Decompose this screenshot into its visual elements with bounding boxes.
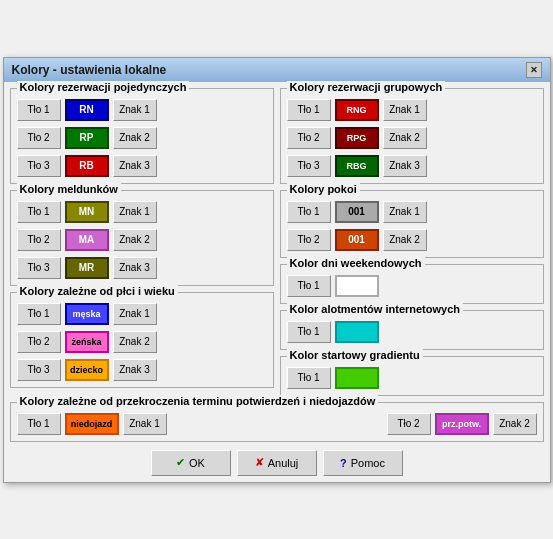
single-row-1: Tło 1 RN Znak 1	[17, 99, 267, 121]
pokoi-title: Kolory pokoi	[287, 183, 360, 195]
help-button[interactable]: ? Pomoc	[323, 450, 403, 476]
single-color3-button[interactable]: RB	[65, 155, 109, 177]
gradient-row-1: Tło 1	[287, 367, 537, 389]
pokoi-color1-button[interactable]: 001	[335, 201, 379, 223]
meld-color2-button[interactable]: MA	[65, 229, 109, 251]
window-body: Kolory rezerwacji pojedynczych Tło 1 RN …	[4, 82, 550, 482]
pokoi-znak2-button[interactable]: Znak 2	[383, 229, 427, 251]
weekend-title: Kolor dni weekendowych	[287, 257, 425, 269]
plec-tlo2-button[interactable]: Tło 2	[17, 331, 61, 353]
plec-color1-button[interactable]: męska	[65, 303, 109, 325]
help-icon: ?	[340, 457, 347, 469]
title-controls: ✕	[526, 62, 542, 78]
pokoi-znak1-button[interactable]: Znak 1	[383, 201, 427, 223]
left-column: Kolory rezerwacji pojedynczych Tło 1 RN …	[10, 88, 274, 396]
ok-label: OK	[189, 457, 205, 469]
footer-buttons: ✔ OK ✘ Anuluj ? Pomoc	[10, 450, 544, 476]
pokoi-group: Kolory pokoi Tło 1 001 Znak 1 Tło 2 001 …	[280, 190, 544, 258]
przekr-znak1-button[interactable]: Znak 1	[123, 413, 167, 435]
window-title: Kolory - ustawienia lokalne	[12, 63, 167, 77]
meld-tlo3-button[interactable]: Tło 3	[17, 257, 61, 279]
pokoi-row-1: Tło 1 001 Znak 1	[287, 201, 537, 223]
grp-tlo1-button[interactable]: Tło 1	[287, 99, 331, 121]
plec-color3-button[interactable]: dziecko	[65, 359, 109, 381]
plec-row-2: Tło 2 żeńska Znak 2	[17, 331, 267, 353]
przekr-znak2-button[interactable]: Znak 2	[493, 413, 537, 435]
pokoi-tlo1-button[interactable]: Tło 1	[287, 201, 331, 223]
alotment-group: Kolor alotmentów internetowych Tło 1	[280, 310, 544, 350]
przekr-tlo1-button[interactable]: Tło 1	[17, 413, 61, 435]
single-reservations-title: Kolory rezerwacji pojedynczych	[17, 81, 190, 93]
grp-tlo2-button[interactable]: Tło 2	[287, 127, 331, 149]
single-znak1-button[interactable]: Znak 1	[113, 99, 157, 121]
help-label: Pomoc	[351, 457, 385, 469]
meld-znak1-button[interactable]: Znak 1	[113, 201, 157, 223]
przekroczenie-title: Kolory zależne od przekroczenia terminu …	[17, 395, 379, 407]
grp-row-3: Tło 3 RBG Znak 3	[287, 155, 537, 177]
plec-wiek-title: Kolory zależne od płci i wieku	[17, 285, 178, 297]
plec-row-1: Tło 1 męska Znak 1	[17, 303, 267, 325]
meld-color1-button[interactable]: MN	[65, 201, 109, 223]
alotment-color1-button[interactable]	[335, 321, 379, 343]
pokoi-tlo2-button[interactable]: Tło 2	[287, 229, 331, 251]
plec-znak2-button[interactable]: Znak 2	[113, 331, 157, 353]
meld-znak3-button[interactable]: Znak 3	[113, 257, 157, 279]
group-reservations-group: Kolory rezerwacji grupowych Tło 1 RNG Zn…	[280, 88, 544, 184]
ok-icon: ✔	[176, 456, 185, 469]
grp-row-2: Tło 2 RPG Znak 2	[287, 127, 537, 149]
single-znak3-button[interactable]: Znak 3	[113, 155, 157, 177]
przekr-color1-button[interactable]: niedojazd	[65, 413, 119, 435]
close-button[interactable]: ✕	[526, 62, 542, 78]
cancel-label: Anuluj	[268, 457, 299, 469]
meld-row-3: Tło 3 MR Znak 3	[17, 257, 267, 279]
cancel-button[interactable]: ✘ Anuluj	[237, 450, 317, 476]
plec-tlo3-button[interactable]: Tło 3	[17, 359, 61, 381]
alotment-tlo1-button[interactable]: Tło 1	[287, 321, 331, 343]
gradient-color1-button[interactable]	[335, 367, 379, 389]
weekend-group: Kolor dni weekendowych Tło 1	[280, 264, 544, 304]
single-tlo1-button[interactable]: Tło 1	[17, 99, 61, 121]
przekr-color2-button[interactable]: prz.potw.	[435, 413, 489, 435]
meld-znak2-button[interactable]: Znak 2	[113, 229, 157, 251]
weekend-color1-button[interactable]	[335, 275, 379, 297]
przekroczenie-row: Tło 1 niedojazd Znak 1 Tło 2 prz.potw. Z…	[17, 413, 537, 435]
grp-tlo3-button[interactable]: Tło 3	[287, 155, 331, 177]
weekend-tlo1-button[interactable]: Tło 1	[287, 275, 331, 297]
przekroczenie-group: Kolory zależne od przekroczenia terminu …	[10, 402, 544, 442]
plec-znak3-button[interactable]: Znak 3	[113, 359, 157, 381]
single-tlo2-button[interactable]: Tło 2	[17, 127, 61, 149]
plec-tlo1-button[interactable]: Tło 1	[17, 303, 61, 325]
single-tlo3-button[interactable]: Tło 3	[17, 155, 61, 177]
single-row-3: Tło 3 RB Znak 3	[17, 155, 267, 177]
gradient-title: Kolor startowy gradientu	[287, 349, 423, 361]
single-znak2-button[interactable]: Znak 2	[113, 127, 157, 149]
meld-tlo2-button[interactable]: Tło 2	[17, 229, 61, 251]
przekr-tlo2-button[interactable]: Tło 2	[387, 413, 431, 435]
plec-wiek-group: Kolory zależne od płci i wieku Tło 1 męs…	[10, 292, 274, 388]
grp-znak3-button[interactable]: Znak 3	[383, 155, 427, 177]
single-color2-button[interactable]: RP	[65, 127, 109, 149]
grp-znak2-button[interactable]: Znak 2	[383, 127, 427, 149]
main-grid: Kolory rezerwacji pojedynczych Tło 1 RN …	[10, 88, 544, 396]
right-column: Kolory rezerwacji grupowych Tło 1 RNG Zn…	[280, 88, 544, 396]
meld-row-1: Tło 1 MN Znak 1	[17, 201, 267, 223]
grp-color2-button[interactable]: RPG	[335, 127, 379, 149]
meld-tlo1-button[interactable]: Tło 1	[17, 201, 61, 223]
meldunki-group: Kolory meldunków Tło 1 MN Znak 1 Tło 2 M…	[10, 190, 274, 286]
single-color1-button[interactable]: RN	[65, 99, 109, 121]
single-reservations-group: Kolory rezerwacji pojedynczych Tło 1 RN …	[10, 88, 274, 184]
plec-znak1-button[interactable]: Znak 1	[113, 303, 157, 325]
plec-row-3: Tło 3 dziecko Znak 3	[17, 359, 267, 381]
pokoi-row-2: Tło 2 001 Znak 2	[287, 229, 537, 251]
grp-znak1-button[interactable]: Znak 1	[383, 99, 427, 121]
grp-color1-button[interactable]: RNG	[335, 99, 379, 121]
meldunki-title: Kolory meldunków	[17, 183, 121, 195]
gradient-tlo1-button[interactable]: Tło 1	[287, 367, 331, 389]
meld-color3-button[interactable]: MR	[65, 257, 109, 279]
grp-color3-button[interactable]: RBG	[335, 155, 379, 177]
plec-color2-button[interactable]: żeńska	[65, 331, 109, 353]
pokoi-color2-button[interactable]: 001	[335, 229, 379, 251]
grp-row-1: Tło 1 RNG Znak 1	[287, 99, 537, 121]
alotment-row-1: Tło 1	[287, 321, 537, 343]
ok-button[interactable]: ✔ OK	[151, 450, 231, 476]
